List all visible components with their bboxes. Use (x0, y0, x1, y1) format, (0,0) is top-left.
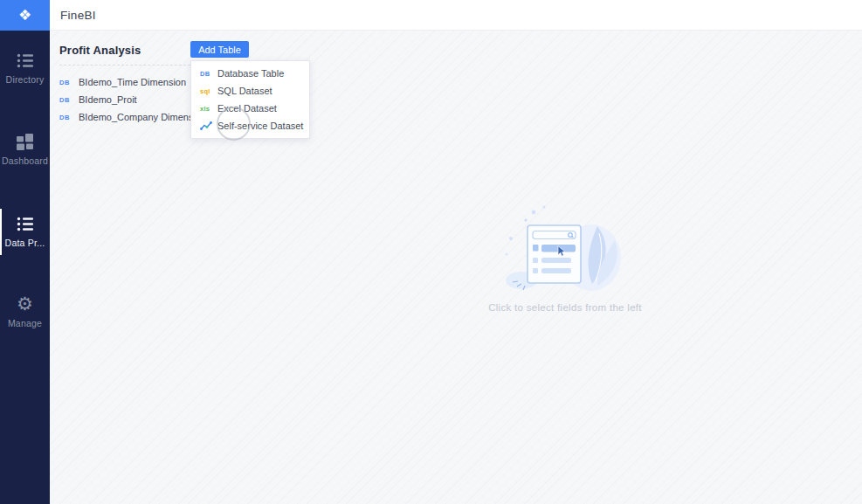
table-name: BIdemo_Proit (79, 94, 137, 105)
menu-item-excel-dataset[interactable]: xls Excel Dataset (191, 100, 309, 117)
line-chart-icon (200, 121, 217, 131)
list-icon (0, 51, 50, 70)
add-table-dropdown: DB Database Table sql SQL Dataset xls Ex… (190, 60, 310, 139)
db-icon: DB (200, 70, 217, 78)
top-header: FineBI (50, 0, 862, 31)
app-logo[interactable]: ❖ (0, 0, 50, 31)
db-icon: DB (59, 96, 73, 104)
grid-icon (0, 132, 50, 151)
sidebar-item-label: Directory (0, 74, 50, 85)
empty-state: Click to select fields from the left (268, 204, 862, 313)
menu-item-self-service-dataset[interactable]: Self-service Dataset (191, 117, 309, 135)
sidebar-item-manage[interactable]: ⚙ Manage (0, 294, 50, 328)
empty-state-hint: Click to select fields from the left (268, 302, 862, 313)
db-icon: DB (59, 79, 73, 86)
left-nav-rail: ❖ Directory Dashboard (0, 0, 50, 504)
dashed-divider (59, 65, 190, 66)
app-title: FineBI (60, 9, 96, 22)
sql-icon: sql (200, 87, 217, 95)
db-icon: DB (59, 114, 73, 121)
table-name: BIdemo_Time Dimension (79, 77, 186, 87)
main-canvas[interactable]: Click to select fields from the left (268, 31, 862, 504)
page-title: Profit Analysis (59, 44, 141, 57)
menu-item-sql-dataset[interactable]: sql SQL Dataset (191, 82, 309, 100)
sidebar-item-label: Dashboard (0, 155, 50, 166)
diamond-logo-icon: ❖ (18, 8, 31, 23)
sidebar-item-dashboard[interactable]: Dashboard (0, 132, 50, 166)
list-icon (0, 214, 50, 233)
sidebar-item-label: Data Pr... (0, 238, 50, 248)
sidebar-item-label: Manage (0, 318, 50, 328)
table-name: BIdemo_Company Dimensi (79, 112, 196, 122)
add-table-button[interactable]: Add Table (190, 41, 249, 58)
gear-icon: ⚙ (0, 294, 50, 314)
sidebar-item-directory[interactable]: Directory (0, 51, 50, 85)
menu-item-database-table[interactable]: DB Database Table (191, 65, 309, 82)
empty-state-illustration (493, 204, 638, 295)
sidebar-item-data-preparation[interactable]: Data Pr... (0, 214, 50, 248)
xls-icon: xls (200, 105, 217, 113)
